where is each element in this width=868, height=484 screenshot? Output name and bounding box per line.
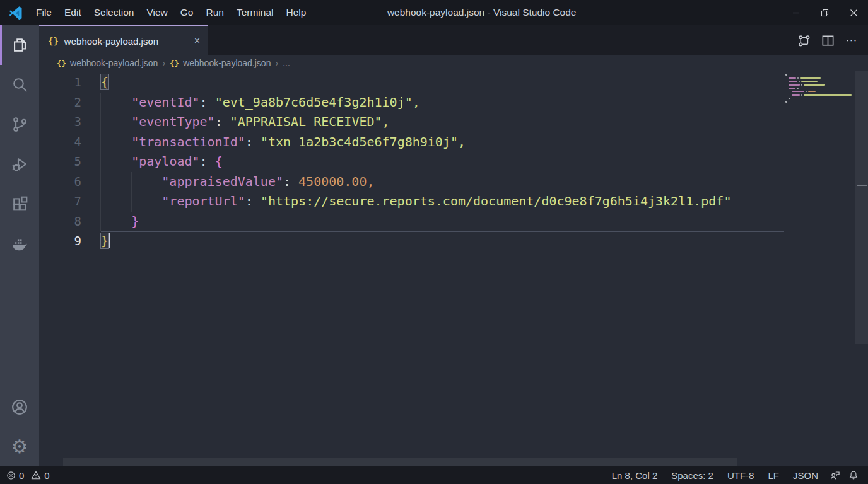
overview-ruler-cursor (857, 185, 867, 186)
window-controls (781, 0, 868, 25)
json-braces-icon: {} (48, 36, 59, 46)
json-braces-icon: {} (170, 59, 179, 68)
menu-help[interactable]: Help (280, 0, 313, 25)
code-line-8[interactable]: 8 } (39, 212, 868, 232)
line-number: 8 (39, 212, 101, 232)
settings-gear-icon[interactable]: ⚙ (0, 427, 39, 466)
code-lines: 1{2 "eventId": "evt_9a8b7c6d5e4f3g2h1i0j… (39, 72, 868, 251)
run-and-debug-icon[interactable] (0, 144, 39, 184)
line-content: "payload": { (101, 152, 223, 172)
line-content: } (101, 212, 139, 232)
line-content: "reportUrl": "https://secure.reports.com… (101, 192, 731, 212)
breadcrumb-label: webhook-payload.json (183, 58, 271, 68)
tab-label: webhook-payload.json (64, 36, 158, 47)
tab-close-icon[interactable]: × (194, 35, 200, 47)
breadcrumb-segment[interactable]: {}webhook-payload.json (170, 58, 271, 68)
minimize-button[interactable] (781, 0, 810, 25)
encoding[interactable]: UTF-8 (720, 470, 761, 481)
line-number: 3 (39, 112, 101, 132)
warning-icon (31, 466, 41, 484)
open-changes-icon[interactable] (795, 32, 812, 49)
eol-sequence[interactable]: LF (761, 470, 786, 481)
menu-run[interactable]: Run (199, 0, 230, 25)
feedback-icon[interactable] (825, 466, 844, 484)
menu-terminal[interactable]: Terminal (230, 0, 280, 25)
code-line-6[interactable]: 6 "appraisedValue": 450000.00, (39, 172, 868, 192)
code-line-4[interactable]: 4 "transactionId": "txn_1a2b3c4d5e6f7g8h… (39, 132, 868, 153)
error-icon (6, 466, 16, 484)
titlebar: FileEditSelectionViewGoRunTerminalHelp w… (0, 0, 868, 25)
minimap[interactable] (785, 71, 855, 466)
text-cursor (109, 233, 110, 248)
warning-count: 0 (44, 470, 49, 481)
line-content: { (101, 72, 108, 93)
code-line-2[interactable]: 2 "eventId": "evt_9a8b7c6d5e4f3g2h1i0j", (39, 93, 868, 113)
menu-edit[interactable]: Edit (58, 0, 88, 25)
breadcrumb-segment[interactable]: ... (283, 58, 290, 68)
split-editor-icon[interactable] (819, 32, 836, 49)
activity-bar: ⚙ (0, 25, 39, 466)
tab-bar: {} webhook-payload.json × (39, 25, 868, 55)
status-bar-right: Ln 8, Col 2 Spaces: 2 UTF-8 LF JSON (605, 466, 863, 484)
close-button[interactable] (839, 0, 868, 25)
line-number: 7 (39, 192, 101, 212)
code-line-3[interactable]: 3 "eventType": "APPRAISAL_RECEIVED", (39, 112, 868, 132)
menu-file[interactable]: File (30, 0, 58, 25)
docker-icon[interactable] (0, 224, 39, 263)
line-number: 2 (39, 93, 101, 113)
error-count: 0 (19, 470, 24, 481)
line-number: 4 (39, 132, 101, 153)
breadcrumb-segment[interactable]: {}webhook-payload.json (57, 58, 158, 68)
line-number: 6 (39, 172, 101, 192)
more-actions-icon[interactable]: ⋯ (843, 32, 860, 49)
menu-go[interactable]: Go (174, 0, 200, 25)
source-control-icon[interactable] (0, 105, 39, 144)
code-line-5[interactable]: 5 "payload": { (39, 152, 868, 172)
line-number: 5 (39, 152, 101, 172)
line-content: "transactionId": "txn_1a2b3c4d5e6f7g8h9i… (101, 132, 466, 153)
problems-status[interactable]: 0 0 (6, 466, 50, 484)
menu-view[interactable]: View (140, 0, 173, 25)
vertical-scrollbar[interactable] (855, 71, 868, 344)
line-content: } (101, 231, 110, 251)
notifications-bell-icon[interactable] (844, 466, 863, 484)
code-line-7[interactable]: 7 "reportUrl": "https://secure.reports.c… (39, 192, 868, 212)
code-line-9[interactable]: 9} (39, 231, 868, 251)
restore-button[interactable] (810, 0, 839, 25)
menu-selection[interactable]: Selection (88, 0, 141, 25)
window-title: webhook-payload.json - Visual Studio Cod… (387, 7, 577, 18)
indentation[interactable]: Spaces: 2 (664, 470, 720, 481)
horizontal-scrollbar[interactable] (63, 458, 737, 466)
breadcrumb-separator: › (275, 58, 278, 68)
cursor-position[interactable]: Ln 8, Col 2 (605, 470, 665, 481)
line-content: "appraisedValue": 450000.00, (101, 172, 375, 192)
editor-actions: ⋯ (795, 25, 868, 55)
line-content: "eventType": "APPRAISAL_RECEIVED", (101, 112, 390, 132)
language-mode[interactable]: JSON (786, 470, 825, 481)
code-line-1[interactable]: 1{ (39, 72, 868, 93)
breadcrumb-separator: › (162, 58, 165, 68)
line-content: "eventId": "evt_9a8b7c6d5e4f3g2h1i0j", (101, 93, 420, 113)
tab-webhook-payload[interactable]: {} webhook-payload.json × (39, 25, 208, 55)
accounts-icon[interactable] (0, 387, 39, 427)
json-braces-icon: {} (57, 59, 66, 68)
breadcrumb-label: ... (283, 58, 290, 68)
breadcrumb-label: webhook-payload.json (70, 58, 158, 68)
line-number: 9 (39, 231, 101, 251)
search-icon[interactable] (0, 65, 39, 105)
code-editor[interactable]: 1{2 "eventId": "evt_9a8b7c6d5e4f3g2h1i0j… (39, 71, 868, 466)
status-bar: 0 0 Ln 8, Col 2 Spaces: 2 UTF-8 LF JSON (0, 466, 868, 484)
vscode-logo-icon (8, 5, 23, 21)
explorer-icon[interactable] (0, 25, 39, 65)
line-number: 1 (39, 72, 101, 93)
breadcrumb: {}webhook-payload.json›{}webhook-payload… (39, 55, 868, 71)
menubar: FileEditSelectionViewGoRunTerminalHelp (30, 0, 312, 25)
extensions-icon[interactable] (0, 184, 39, 224)
